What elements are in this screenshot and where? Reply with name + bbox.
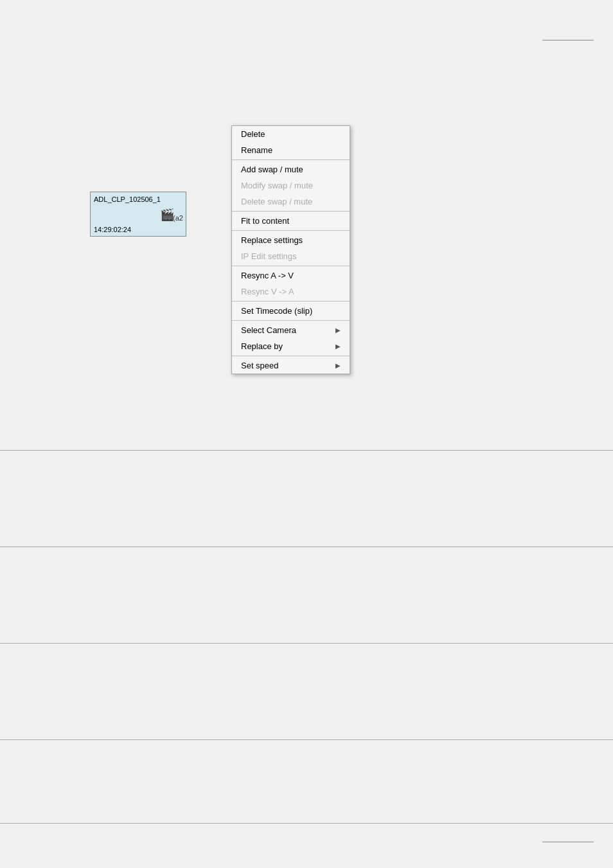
menu-item-label: Delete	[241, 129, 265, 139]
submenu-arrow-icon: ▶	[335, 343, 341, 350]
menu-item-replace-by[interactable]: Replace by▶	[232, 338, 350, 354]
menu-item-modify-swap--mute: Modify swap / mute	[232, 177, 350, 194]
menu-item-label: Delete swap / mute	[241, 197, 312, 206]
submenu-arrow-icon: ▶	[335, 362, 341, 369]
menu-item-label: Replace by	[241, 341, 283, 351]
menu-separator	[232, 159, 350, 160]
context-menu: DeleteRenameAdd swap / muteModify swap /…	[231, 125, 350, 374]
divider-5	[0, 823, 613, 824]
divider-1	[0, 450, 613, 451]
top-right-decoration	[542, 40, 594, 41]
submenu-arrow-icon: ▶	[335, 327, 341, 334]
menu-item-rename[interactable]: Rename	[232, 142, 350, 158]
clip-title: ADL_CLP_102506_1	[94, 195, 161, 203]
menu-item-select-camera[interactable]: Select Camera▶	[232, 322, 350, 338]
menu-item-label: Replace settings	[241, 235, 303, 245]
menu-item-label: Modify swap / mute	[241, 181, 313, 190]
divider-4	[0, 739, 613, 740]
menu-item-fit-to-content[interactable]: Fit to content	[232, 213, 350, 229]
divider-2	[0, 547, 613, 547]
clip-time: 14:29:02:24	[94, 226, 131, 233]
menu-item-delete[interactable]: Delete	[232, 126, 350, 142]
menu-item-ip-edit-settings: IP Edit settings	[232, 248, 350, 264]
menu-item-resync-v---a: Resync V -> A	[232, 284, 350, 300]
menu-separator	[232, 356, 350, 356]
menu-item-label: Set Timecode (slip)	[241, 306, 312, 316]
menu-item-resync-a---v[interactable]: Resync A -> V	[232, 267, 350, 284]
menu-separator	[232, 301, 350, 302]
menu-separator	[232, 266, 350, 266]
menu-item-label: Add swap / mute	[241, 165, 303, 174]
menu-separator	[232, 230, 350, 231]
menu-item-label: Rename	[241, 145, 272, 155]
menu-item-replace-settings[interactable]: Replace settings	[232, 232, 350, 248]
menu-item-add-swap--mute[interactable]: Add swap / mute	[232, 161, 350, 177]
menu-item-set-speed[interactable]: Set speed▶	[232, 357, 350, 374]
bottom-right-decoration	[542, 842, 594, 842]
menu-item-label: Fit to content	[241, 216, 289, 226]
clip-icon: 🎬	[160, 208, 174, 222]
menu-item-label: Select Camera	[241, 325, 296, 335]
menu-separator	[232, 211, 350, 212]
menu-item-label: Resync A -> V	[241, 271, 294, 280]
clip-item: ADL_CLP_102506_1 🎬 (a2 14:29:02:24	[90, 192, 186, 237]
menu-separator	[232, 320, 350, 321]
clip-badge: (a2	[173, 214, 183, 222]
menu-item-label: IP Edit settings	[241, 251, 296, 261]
menu-item-label: Set speed	[241, 361, 279, 370]
menu-item-label: Resync V -> A	[241, 287, 294, 296]
menu-item-set-timecode-slip[interactable]: Set Timecode (slip)	[232, 303, 350, 319]
divider-3	[0, 643, 613, 644]
menu-item-delete-swap--mute: Delete swap / mute	[232, 194, 350, 210]
